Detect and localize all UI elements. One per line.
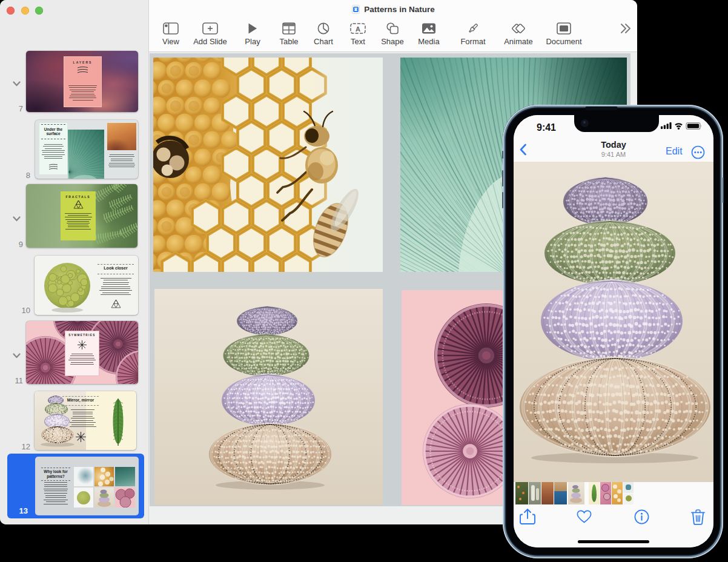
svg-text:A: A <box>356 25 360 33</box>
